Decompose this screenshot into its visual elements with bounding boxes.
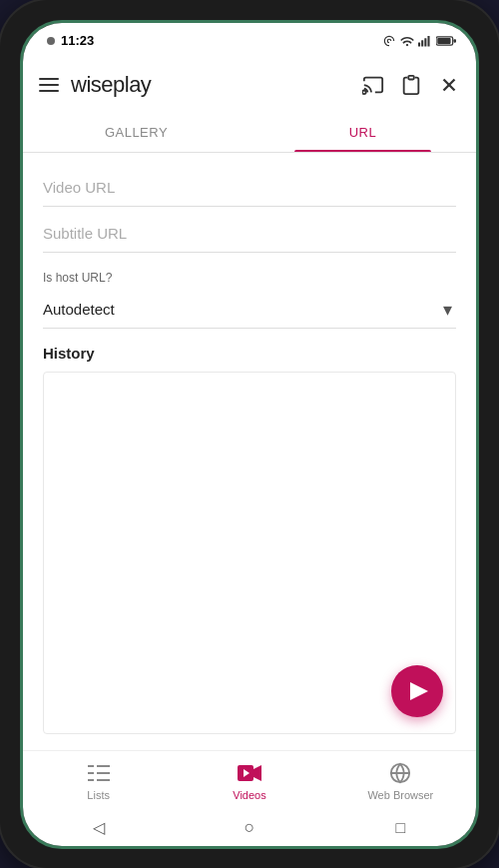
autodetect-select[interactable]: Autodetect Yes No: [43, 291, 456, 329]
tabs: GALLERY URL: [23, 111, 476, 153]
status-time: 11:23: [61, 33, 94, 48]
svg-rect-3: [427, 36, 429, 47]
svg-point-7: [362, 90, 366, 94]
recents-button[interactable]: □: [390, 818, 410, 838]
svg-rect-5: [437, 38, 450, 44]
nav-label-videos: Videos: [233, 789, 265, 801]
list-icon: [86, 760, 112, 786]
svg-marker-18: [253, 765, 261, 781]
history-section: History: [23, 329, 476, 372]
menu-button[interactable]: [39, 78, 59, 92]
host-url-label: Is host URL?: [43, 271, 456, 285]
status-icons: [382, 34, 456, 48]
browser-icon: [387, 760, 413, 786]
subtitle-url-input[interactable]: [43, 215, 456, 253]
main-content: Is host URL? Autodetect Yes No ▾ History: [23, 153, 476, 750]
nav-item-lists[interactable]: Lists: [23, 760, 174, 801]
wifi-icon: [400, 35, 414, 47]
close-icon[interactable]: [438, 74, 460, 96]
tab-gallery[interactable]: GALLERY: [23, 111, 250, 152]
nav-item-web-browser[interactable]: Web Browser: [325, 760, 476, 801]
app-title: wiseplay: [71, 72, 151, 98]
svg-rect-8: [408, 75, 414, 79]
cast-icon[interactable]: [362, 74, 384, 96]
svg-rect-2: [424, 38, 426, 46]
clipboard-icon[interactable]: [400, 74, 422, 96]
bottom-nav: Lists Videos: [23, 750, 476, 810]
home-button[interactable]: ○: [240, 818, 259, 838]
signal-icon: [418, 35, 432, 47]
history-box: [43, 372, 456, 734]
history-title: History: [43, 345, 456, 362]
nav-label-web-browser: Web Browser: [367, 789, 433, 801]
play-fab-button[interactable]: [391, 665, 443, 717]
svg-rect-1: [421, 40, 423, 46]
back-button[interactable]: ◁: [89, 818, 109, 838]
tab-url[interactable]: URL: [250, 111, 476, 152]
system-nav: ◁ ○ □: [23, 810, 476, 846]
nfc-icon: [382, 34, 396, 48]
header-actions: [362, 74, 460, 96]
form-section: Is host URL? Autodetect Yes No ▾: [23, 153, 476, 329]
app-header: wiseplay: [23, 59, 476, 111]
video-url-input[interactable]: [43, 169, 456, 207]
status-bar: 11:23: [23, 23, 476, 59]
video-icon: [237, 760, 262, 786]
autodetect-wrapper: Autodetect Yes No ▾: [43, 291, 456, 329]
battery-icon: [436, 35, 456, 47]
nav-item-videos[interactable]: Videos: [174, 760, 324, 801]
svg-rect-0: [418, 42, 420, 46]
svg-rect-6: [454, 39, 457, 42]
nav-label-lists: Lists: [87, 789, 110, 801]
play-icon: [410, 682, 428, 700]
